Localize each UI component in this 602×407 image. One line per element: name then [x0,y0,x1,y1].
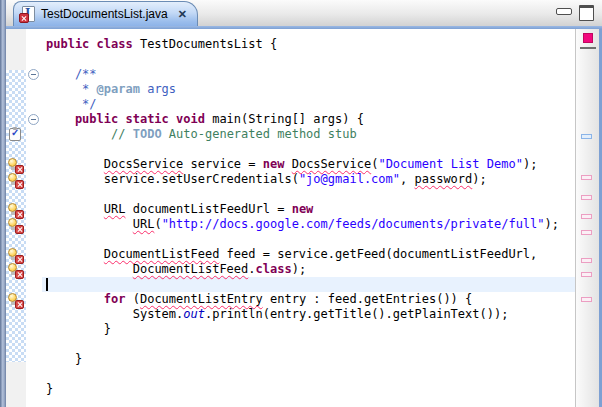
overview-error-marker[interactable] [581,195,592,200]
editor-tab[interactable]: J TestDocumentsList.java ✕ [13,1,198,26]
code-segment-jdoc: * [46,82,97,96]
code-area[interactable]: public class TestDocumentsList { /** * @… [42,29,575,407]
code-segment-jdoc: args [140,82,176,96]
code-line[interactable]: */ [46,97,575,112]
tab-bar: J TestDocumentsList.java ✕ [6,0,602,26]
code-segment-plain: } [46,352,82,366]
overview-error-marker[interactable] [581,272,592,277]
error-quickfix-icon[interactable] [8,248,24,264]
code-segment-comment: // [46,127,133,141]
code-segment-plain: } [46,382,53,396]
code-segment-err: URL [104,202,126,216]
code-line[interactable]: * @param args [46,82,575,97]
code-segment-plain: ( [154,217,161,231]
code-line[interactable]: DocumentListFeed.class); [46,262,575,277]
code-segment-task: TODO [133,127,162,141]
code-segment-sfield: out [183,307,205,321]
close-icon[interactable]: ✕ [178,9,187,20]
error-badge-icon [15,225,24,234]
error-quickfix-icon[interactable] [8,263,24,279]
overview-error-marker[interactable] [581,297,592,302]
code-line[interactable]: } [46,322,575,337]
code-segment-err: URL [133,217,155,231]
code-line[interactable] [46,187,575,202]
code-segment-err: DocumentListFeed [104,247,220,261]
eclipse-editor-window: J TestDocumentsList.java ✕ public class … [0,0,602,407]
task-marker-icon[interactable] [9,128,21,141]
overview-error-marker[interactable] [581,175,592,180]
code-segment-plain: System. [46,307,183,321]
code-line[interactable] [46,277,575,292]
code-segment-plain [284,157,291,171]
code-segment-plain [46,217,133,231]
code-line[interactable] [46,142,575,157]
code-segment-plain: ); [545,217,559,231]
java-file-error-icon: J [21,6,35,22]
code-segment-plain: TestDocumentsList { [140,37,277,51]
code-line[interactable]: public class TestDocumentsList { [46,37,575,52]
code-segment-jdoc: */ [46,97,97,111]
tab-title: TestDocumentsList.java [41,7,168,21]
error-overlay-icon [19,13,29,23]
code-line[interactable]: /** [46,67,575,82]
minimize-icon[interactable] [556,8,572,15]
code-segment-err: DocsService [104,157,183,171]
code-segment-plain [46,262,133,276]
fold-collapse-icon[interactable] [28,69,39,80]
marker-bar[interactable] [6,29,26,407]
overview-ruler[interactable] [575,29,602,407]
code-segment-plain: ); [472,172,486,186]
maximize-icon[interactable] [579,5,594,21]
code-line[interactable]: URL documentListFeedUrl = new [46,202,575,217]
code-line[interactable]: service.setUserCredentials("jo@gmail.com… [46,172,575,187]
code-segment-plain: ); [292,262,306,276]
code-line[interactable] [46,52,575,67]
code-segment-plain [46,292,104,306]
code-line[interactable]: // TODO Auto-generated method stub [46,127,575,142]
view-buttons [556,5,594,21]
code-segment-plain: ); [523,157,537,171]
code-line[interactable]: URL("http://docs.google.com/feeds/docume… [46,217,575,232]
code-line[interactable]: for (DocumentListEntry entry : feed.getE… [46,292,575,307]
error-quickfix-icon[interactable] [8,203,24,219]
code-segment-kw: public static void [46,112,212,126]
code-segment-jtag: @param [97,82,140,96]
code-line[interactable]: } [46,352,575,367]
code-segment-plain: . [248,262,255,276]
code-segment-plain: documentListFeedUrl = [125,202,291,216]
code-segment-str: "Document List Demo" [378,157,523,171]
error-quickfix-icon[interactable] [8,158,24,174]
code-segment-kw: for [104,292,126,306]
overview-error-marker[interactable] [581,258,592,263]
code-segment-plain: , [400,172,414,186]
code-line[interactable]: } [46,382,575,397]
code-line[interactable]: public static void main(String[] args) { [46,112,575,127]
error-summary-indicator[interactable] [583,33,593,43]
code-segment-err: DocsService [292,157,371,171]
overview-task-marker[interactable] [581,134,592,139]
code-line[interactable] [46,232,575,247]
code-line[interactable] [46,367,575,382]
code-line[interactable]: DocsService service = new DocsService("D… [46,157,575,172]
fold-collapse-icon[interactable] [28,114,39,125]
code-line[interactable]: DocumentListFeed feed = service.getFeed(… [46,247,575,262]
code-segment-err: DocumentListEntry [140,292,263,306]
overview-error-marker[interactable] [581,230,592,235]
code-segment-str: "jo@gmail.com" [299,172,400,186]
error-quickfix-icon[interactable] [8,173,24,189]
overview-error-marker[interactable] [581,214,592,219]
code-segment-err: password [414,172,472,186]
code-segment-err: DocumentListFeed [133,262,249,276]
code-segment-plain: } [46,322,111,336]
folding-bar[interactable] [26,29,42,407]
code-line[interactable] [46,337,575,352]
code-segment-plain: service = [183,157,262,171]
error-quickfix-icon[interactable] [8,218,24,234]
code-segment-plain [46,202,104,216]
code-segment-plain [46,247,104,261]
code-segment-kw: public class [46,37,140,51]
error-quickfix-icon[interactable] [8,293,24,309]
code-segment-plain: ( [125,292,139,306]
code-segment-str: "http://docs.google.com/feeds/documents/… [162,217,545,231]
code-line[interactable]: System.out.println(entry.getTitle().getP… [46,307,575,322]
